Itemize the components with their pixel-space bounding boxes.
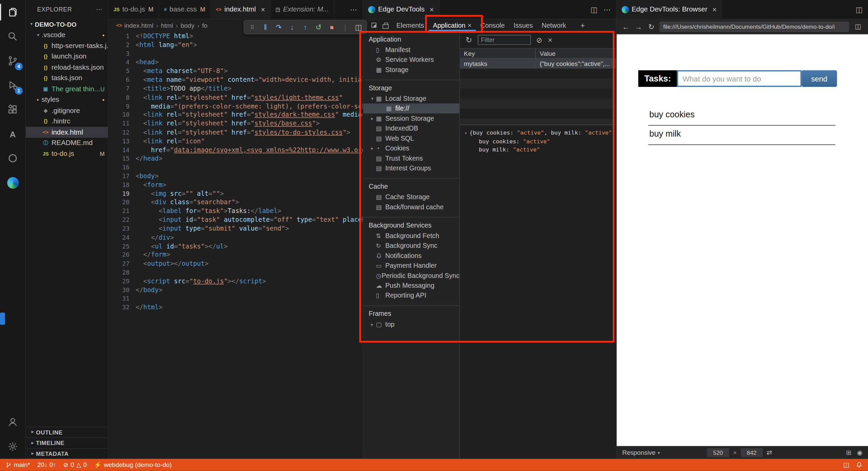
- devtools-nav-item-top[interactable]: ▸▢top: [363, 319, 460, 329]
- refresh-icon[interactable]: ↻: [465, 36, 472, 44]
- delete-selected-icon[interactable]: ×: [548, 36, 552, 44]
- devtools-nav-item-back-forward-cache[interactable]: ▤Back/forward cache: [363, 202, 460, 212]
- code-line[interactable]: 14 href="data:image/svg+xml,<svg xmlns=%…: [109, 146, 363, 155]
- code-line[interactable]: 24 </div>: [109, 233, 363, 242]
- code-line[interactable]: 8 <link rel="stylesheet" href="styles/li…: [109, 93, 363, 102]
- code-line[interactable]: 21 <label for="task">Tasks:</label>: [109, 207, 363, 216]
- edge-devtools-icon[interactable]: [0, 170, 25, 195]
- pause-icon[interactable]: ‖: [261, 23, 270, 31]
- search-icon[interactable]: [0, 24, 25, 49]
- filter-input[interactable]: [478, 35, 531, 45]
- split-editor-icon[interactable]: ◫: [856, 5, 863, 14]
- send-button[interactable]: send: [802, 70, 837, 87]
- devtools-editor-tab[interactable]: Edge DevTools ×: [363, 0, 439, 19]
- code-line[interactable]: 13 <link rel="icon": [109, 137, 363, 146]
- devtools-nav-item-session-storage[interactable]: ▸▦Session Storage: [363, 113, 460, 123]
- editor-tab-base-css[interactable]: #base.cssM: [159, 0, 211, 19]
- source-control-icon[interactable]: 4: [0, 49, 25, 73]
- url-bar[interactable]: file:///Users/chrisheilmann/Documents/Gi…: [659, 21, 849, 32]
- storage-table-row[interactable]: mytasks {"buy cookies":"active",...: [460, 58, 616, 68]
- explorer-item-gitignore[interactable]: ◆.gitignore: [26, 105, 108, 116]
- code-line[interactable]: 18 <form>: [109, 181, 363, 190]
- viewport-width-input[interactable]: [707, 448, 729, 457]
- editor-tab-extension-m[interactable]: ◳Extension: M...: [271, 0, 335, 19]
- devtools-nav-item-payment-handler[interactable]: ▭Payment Handler: [363, 261, 460, 270]
- more-actions-icon[interactable]: ⋯: [96, 6, 102, 13]
- reload-icon[interactable]: ↻: [646, 22, 656, 31]
- viewport-height-input[interactable]: [740, 448, 762, 457]
- task-input[interactable]: [677, 70, 801, 87]
- code-line[interactable]: 29 <script src="to-do.js"></script>: [109, 277, 363, 286]
- code-line[interactable]: 28: [109, 268, 363, 277]
- close-icon[interactable]: ×: [712, 5, 716, 14]
- back-icon[interactable]: ←: [621, 22, 631, 31]
- code-line[interactable]: 32</html>: [109, 303, 363, 312]
- azure-icon[interactable]: A: [0, 122, 25, 146]
- close-icon[interactable]: ×: [467, 21, 471, 29]
- explorer-item-vscode[interactable]: ▾.vscode●: [26, 30, 108, 41]
- code-line[interactable]: 31: [109, 295, 363, 303]
- explorer-item-hintrc[interactable]: {}.hintrc: [26, 116, 108, 127]
- devtools-nav-item-trust-tokens[interactable]: ▤Trust Tokens: [363, 153, 460, 163]
- browser-editor-tab[interactable]: Edge DevTools: Browser ×: [617, 0, 722, 19]
- breadcrumb-item-html[interactable]: html: [161, 22, 173, 29]
- code-line[interactable]: 27 <output></output>: [109, 260, 363, 268]
- code-line[interactable]: 15</head>: [109, 155, 363, 163]
- sync-status-item[interactable]: 20↓ 0↑: [37, 462, 56, 468]
- devtools-nav-item-service-workers[interactable]: ⚙Service Workers: [363, 55, 460, 65]
- eye-icon[interactable]: ◉: [857, 449, 862, 456]
- devtools-nav-item-file[interactable]: ▦file://: [363, 103, 460, 113]
- code-line[interactable]: 25 <ul id="tasks"></ul>: [109, 242, 363, 251]
- devtools-nav-item-background-sync[interactable]: ↻Background Sync: [363, 241, 460, 251]
- explorer-item-http-server-tasks-j[interactable]: {}http-server-tasks.j...: [26, 40, 108, 51]
- devtools-tab-application[interactable]: Application×: [429, 19, 476, 31]
- rotate-viewport-icon[interactable]: ⇄: [767, 449, 772, 456]
- stop-icon[interactable]: ■: [328, 24, 336, 30]
- device-emulation-icon[interactable]: [380, 19, 392, 31]
- devtools-tab-issues[interactable]: Issues: [509, 19, 537, 31]
- code-line[interactable]: 17<body>: [109, 172, 363, 181]
- more-actions-icon[interactable]: ⋯: [603, 5, 611, 14]
- problems-item[interactable]: ⊘ 0 △ 0: [63, 461, 87, 468]
- code-line[interactable]: 5 <meta charset="UTF-8">: [109, 67, 363, 76]
- devtools-tab-console[interactable]: Console: [476, 19, 509, 31]
- devtools-nav-item-cache-storage[interactable]: ▤Cache Storage: [363, 192, 460, 202]
- code-line[interactable]: 9 media="(prefers-color-scheme: light), …: [109, 102, 363, 111]
- chevron-down-icon[interactable]: ▾: [464, 131, 467, 136]
- restart-icon[interactable]: ↺: [315, 23, 323, 31]
- devtools-nav-item-indexeddb[interactable]: ▤IndexedDB: [363, 123, 460, 133]
- inspect-element-icon[interactable]: [368, 19, 380, 31]
- devtools-nav-item-interest-groups[interactable]: ▤Interest Groups: [363, 163, 460, 173]
- sidebar-section-timeline[interactable]: ▸TIMELINE: [26, 437, 108, 448]
- screencast-icon[interactable]: ◫: [354, 23, 363, 31]
- add-tool-button[interactable]: +: [580, 19, 585, 31]
- explorer-item-reload-tasks-json[interactable]: {}reload-tasks.json: [26, 62, 108, 73]
- code-line[interactable]: 19 <img src="" alt="">: [109, 190, 363, 198]
- code-line[interactable]: 30</body>: [109, 286, 363, 295]
- code-line[interactable]: 12 <link rel="stylesheet" href="styles/t…: [109, 128, 363, 137]
- explorer-item-launch-json[interactable]: {}launch.json: [26, 51, 108, 62]
- editor-tab-index-html[interactable]: <>index.html×: [211, 0, 271, 19]
- code-line[interactable]: 10 <link rel="stylesheet" href="styles/d…: [109, 111, 363, 120]
- ring-extension-icon[interactable]: [0, 146, 25, 170]
- run-debug-icon[interactable]: 1: [0, 73, 25, 97]
- code-line[interactable]: 4<head>: [109, 58, 363, 67]
- device-mode-select[interactable]: Responsive ▾: [622, 449, 660, 456]
- devtools-nav-item-push-messaging[interactable]: ☁Push Messaging: [363, 281, 460, 290]
- step-into-icon[interactable]: ↓: [288, 23, 296, 31]
- debug-task-item[interactable]: ⚡ webdebug (demo-to-do): [94, 461, 172, 468]
- code-line[interactable]: 23 <input type="submit" value="send">: [109, 225, 363, 233]
- drag-handle-icon[interactable]: ⠿: [248, 24, 256, 30]
- code-line[interactable]: 16: [109, 163, 363, 172]
- code-line[interactable]: 11 <link rel="stylesheet" href="styles/b…: [109, 120, 363, 128]
- code-line[interactable]: 22 <input id="task" autocomplete="off" t…: [109, 216, 363, 225]
- explorer-icon[interactable]: [0, 0, 25, 24]
- code-line[interactable]: 2<html lang="en">: [109, 41, 363, 50]
- forward-icon[interactable]: →: [634, 22, 643, 31]
- code-line[interactable]: 7 <title>TODO app</title>: [109, 85, 363, 93]
- devtools-nav-item-periodic-background-sync[interactable]: ◷Periodic Background Sync: [363, 270, 460, 280]
- extensions-icon[interactable]: [0, 97, 25, 122]
- bell-icon[interactable]: [856, 462, 863, 468]
- devtools-tab-network[interactable]: Network: [537, 19, 570, 31]
- devtools-nav-item-background-fetch[interactable]: ⇅Background Fetch: [363, 231, 460, 240]
